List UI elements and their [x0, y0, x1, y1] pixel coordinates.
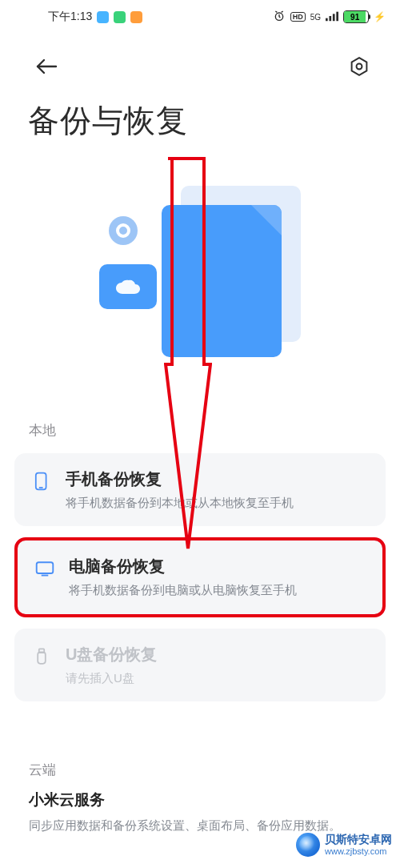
- status-app-icon: [97, 11, 109, 23]
- backup-illustration: [112, 160, 288, 352]
- page-title: 备份与恢复: [28, 99, 188, 143]
- svg-rect-8: [37, 563, 54, 574]
- svg-rect-3: [333, 14, 335, 21]
- svg-rect-4: [336, 11, 338, 21]
- phone-backup-title: 手机备份恢复: [66, 468, 294, 490]
- status-app-icon: [114, 11, 126, 23]
- watermark-logo: [296, 833, 320, 857]
- alarm-icon: [273, 10, 286, 25]
- usb-backup-sub: 请先插入U盘: [66, 670, 157, 686]
- xiaomi-cloud-item[interactable]: 小米云服务 同步应用数据和备份系统设置、桌面布局、备份应用数据。: [14, 790, 386, 834]
- svg-rect-11: [39, 649, 44, 653]
- svg-rect-10: [38, 652, 46, 663]
- hd-badge: HD: [290, 12, 306, 22]
- monitor-icon: [35, 559, 54, 578]
- local-list: 手机备份恢复 将手机数据备份到本地或从本地恢复至手机 电脑备份恢复 将手机数据备…: [14, 453, 386, 713]
- phone-icon: [32, 472, 51, 491]
- status-app-icon: [130, 11, 142, 23]
- usb-icon: [32, 647, 51, 666]
- computer-backup-title: 电脑备份恢复: [69, 556, 297, 577]
- cloud-icon: [99, 264, 157, 309]
- battery-icon: 91: [343, 10, 369, 23]
- status-bar: 下午1:13 HD 5G 91 ⚡: [0, 0, 400, 30]
- usb-backup-card[interactable]: U盘备份恢复 请先插入U盘: [14, 629, 386, 701]
- svg-rect-2: [329, 16, 331, 21]
- network-label: 5G: [310, 13, 321, 22]
- usb-backup-title: U盘备份恢复: [66, 644, 157, 665]
- computer-backup-sub: 将手机数据备份到电脑或从电脑恢复至手机: [69, 582, 297, 598]
- signal-icon: [326, 10, 338, 24]
- phone-backup-card[interactable]: 手机备份恢复 将手机数据备份到本地或从本地恢复至手机: [14, 453, 386, 526]
- header-row: [0, 48, 400, 88]
- section-label-local: 本地: [29, 421, 56, 440]
- status-time: 下午1:13: [48, 10, 92, 24]
- status-right: HD 5G 91 ⚡: [273, 10, 386, 25]
- svg-point-5: [357, 64, 362, 70]
- status-left: 下午1:13: [48, 10, 142, 24]
- phone-backup-sub: 将手机数据备份到本地或从本地恢复至手机: [66, 495, 294, 511]
- section-label-cloud: 云端: [29, 761, 56, 779]
- watermark: 贝斯特安卓网 www.zjbsty.com: [296, 833, 392, 857]
- battery-pct: 91: [350, 13, 359, 22]
- watermark-url: www.zjbsty.com: [325, 846, 392, 856]
- back-icon[interactable]: [35, 58, 58, 78]
- computer-backup-card[interactable]: 电脑备份恢复 将手机数据备份到电脑或从电脑恢复至手机: [14, 537, 386, 617]
- svg-rect-1: [326, 18, 328, 21]
- gear-icon[interactable]: [349, 56, 370, 80]
- xiaomi-cloud-sub: 同步应用数据和备份系统设置、桌面布局、备份应用数据。: [29, 817, 371, 834]
- xiaomi-cloud-title: 小米云服务: [29, 790, 371, 810]
- charging-icon: ⚡: [374, 11, 386, 22]
- watermark-name: 贝斯特安卓网: [325, 834, 392, 846]
